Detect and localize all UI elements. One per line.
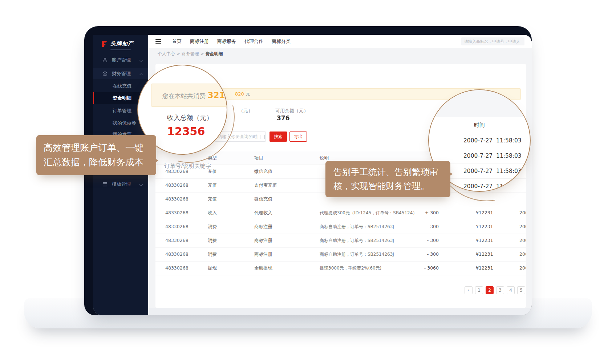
magnified-banner-prefix: 您在本站共消费 (162, 92, 206, 100)
sidebar-item-label: 模板管理 (112, 179, 131, 190)
pagination-page-3[interactable]: 3 (496, 286, 504, 294)
stat-divider (272, 106, 272, 123)
screen-bottom-band (148, 308, 532, 315)
brand-logo-icon (101, 40, 108, 47)
sidebar-item-label: 资金明细 (113, 92, 131, 104)
brand-logo-text: 头牌知产 (110, 40, 134, 47)
breadcrumb-current: 资金明细 (205, 51, 223, 56)
tooltip-right: 告别手工统计、告别繁琐审核，实现智能财务管理。 (325, 161, 450, 197)
stat-middle-label: （元） (239, 108, 253, 114)
magnified-time-row: 2000-7-27 11:58:03 (429, 133, 530, 148)
chevron-down-icon (139, 183, 143, 186)
nav-menu: 首页 商标注册 商标服务 代理合作 商标分类 (172, 38, 291, 45)
pagination-page-5[interactable]: 5 (517, 286, 525, 294)
tooltip-left: 高效管理账户订单、一键汇总数据，降低财务成本 (36, 135, 156, 175)
breadcrumb-section[interactable]: 财务管理 (182, 51, 199, 56)
nav-item-trademark-register[interactable]: 商标注册 (190, 38, 209, 45)
user-icon (102, 57, 108, 62)
magnified-income-value: 12356 (167, 125, 205, 138)
brand-logo-subline (110, 49, 131, 50)
sidebar-item-finance[interactable]: 财务管理 (93, 68, 148, 79)
top-navigation: 首页 商标注册 商标服务 代理合作 商标分类 (148, 35, 532, 48)
table-header-project[interactable]: 项目 (254, 151, 259, 165)
nav-item-agent-cooperation[interactable]: 代理合作 (244, 38, 263, 45)
table-row: 48330268消费商标注册商标自助注册，订单号：SB2514263J- 300… (155, 247, 526, 262)
template-icon (102, 182, 108, 187)
stat-balance-label: 可用余额（元） (275, 108, 308, 114)
table-row: 48330268收入代理收入代理提成300元（ID:1245，订单号：SB451… (155, 206, 526, 220)
consumption-banner-tail: 820 元 (235, 89, 250, 100)
nav-item-trademark-category[interactable]: 商标分类 (272, 38, 291, 45)
breadcrumb: 个人中心 > 财务管理 > 资金明细 (158, 48, 223, 60)
search-button[interactable]: 搜索 (270, 132, 287, 142)
breadcrumb-home[interactable]: 个人中心 (158, 51, 175, 56)
sidebar-item-label: 账户管理 (112, 54, 131, 65)
brand-logo[interactable]: 头牌知产 (101, 40, 134, 47)
magnified-time-header: 时间 (429, 117, 530, 133)
sidebar-item-label: 我的优惠券 (113, 118, 136, 129)
pagination-prev-button[interactable]: ‹ (465, 286, 473, 294)
table-row: 48330268消费商标注册商标自助注册，订单号：SB2514263J- 300… (155, 234, 526, 248)
pagination: ‹ 1 2 3 4 5 (465, 286, 525, 294)
sidebar: 头牌知产 账户管理 财务管理 在线充值 资 (93, 35, 148, 315)
chevron-up-icon (139, 73, 143, 77)
active-indicator (93, 92, 94, 104)
sidebar-item-online-recharge[interactable]: 在线充值 (93, 81, 148, 92)
breadcrumb-separator: > (177, 51, 180, 56)
pagination-page-4[interactable]: 4 (507, 286, 515, 294)
magnified-income-label: 收入总额（元） (167, 113, 213, 122)
sidebar-item-label: 在线充值 (113, 81, 131, 92)
chevron-down-icon (139, 58, 143, 62)
table-row: 48330268消费商标注册商标自助注册，订单号：SB2514263J- 300… (155, 220, 526, 234)
sidebar-item-label: 订单管理 (113, 105, 131, 116)
sidebar-item-label: 财务管理 (112, 68, 131, 79)
pagination-page-2-active[interactable]: 2 (486, 286, 494, 294)
finance-icon (102, 71, 108, 76)
sidebar-item-account[interactable]: 账户管理 (93, 54, 148, 65)
nav-item-trademark-services[interactable]: 商标服务 (217, 38, 236, 45)
breadcrumb-separator: > (200, 51, 204, 56)
trademark-search-input[interactable] (461, 37, 524, 45)
magnified-banner: 您在本站共消费 32124 (151, 84, 227, 107)
calendar-icon[interactable] (260, 135, 265, 139)
hamburger-menu-icon[interactable] (155, 39, 161, 44)
export-button[interactable]: 导出 (289, 132, 307, 142)
sidebar-item-templates[interactable]: 模板管理 (93, 179, 148, 190)
magnified-order-header-fragment: 订单号/说明关键字 (164, 163, 211, 170)
nav-item-home[interactable]: 首页 (172, 38, 182, 45)
pagination-page-1[interactable]: 1 (475, 286, 483, 294)
page: 头牌知产 账户管理 财务管理 在线充值 资 (0, 0, 616, 364)
stat-balance-value: 376 (277, 114, 290, 122)
table-row: 48330268提现余额提现提现3000元，手续费2%(60元)- 3060¥1… (155, 261, 526, 275)
